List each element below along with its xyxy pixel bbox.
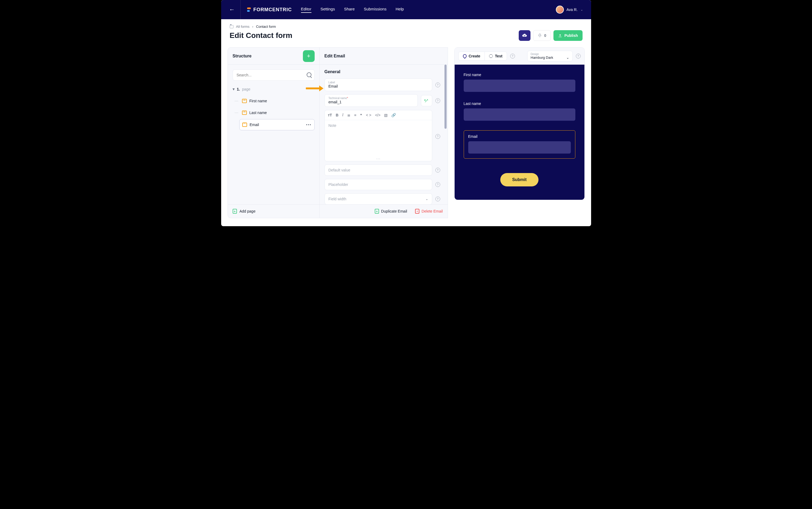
- design-value: Hamburg Dark: [531, 56, 553, 60]
- preview-submit-button[interactable]: Submit: [500, 173, 538, 186]
- nav-submissions[interactable]: Submissions: [364, 7, 386, 13]
- edit-panel-title: Edit Email: [325, 54, 345, 59]
- resize-handle[interactable]: ⋯: [325, 156, 432, 161]
- page-label: page: [242, 87, 250, 91]
- field-caption: Label: [329, 81, 428, 84]
- chevron-down-icon: ▶: [232, 88, 235, 90]
- label-field[interactable]: Label: [325, 78, 432, 91]
- structure-title: Structure: [233, 54, 251, 59]
- breadcrumb-root[interactable]: All forms: [236, 25, 250, 29]
- duplicate-button[interactable]: + Duplicate Email: [375, 209, 407, 214]
- note-textarea[interactable]: Note: [325, 120, 432, 156]
- technical-name-input[interactable]: [329, 100, 414, 104]
- mode-test[interactable]: Test: [485, 52, 507, 60]
- bell-icon: [538, 33, 542, 38]
- help-icon[interactable]: ?: [435, 168, 440, 172]
- structure-panel: Structure + ▶ 1. page First nam: [228, 47, 320, 218]
- publish-label: Publish: [564, 33, 578, 38]
- help-icon[interactable]: ?: [435, 134, 440, 139]
- rte-code-icon[interactable]: < >: [366, 113, 371, 117]
- back-arrow-icon[interactable]: ←: [229, 6, 240, 13]
- mode-create[interactable]: Create: [459, 52, 485, 60]
- upload-icon: [558, 33, 562, 38]
- cloud-check-icon: [522, 33, 527, 38]
- help-icon[interactable]: ?: [510, 54, 515, 59]
- add-page-label: Add page: [240, 209, 256, 213]
- main-nav: Editor Settings Share Submissions Help: [301, 7, 404, 13]
- rte-italic-icon[interactable]: I: [342, 113, 343, 117]
- rte-link-icon[interactable]: 🔗: [391, 113, 396, 117]
- rte-ol-icon[interactable]: ≡: [354, 113, 356, 117]
- delete-button[interactable]: × Delete Email: [415, 209, 443, 214]
- tree-item-lastname[interactable]: Last name: [239, 107, 315, 118]
- tree-item-label: First name: [249, 99, 267, 103]
- add-page-button[interactable]: + Add page: [228, 204, 319, 218]
- rte-image-icon[interactable]: ▧: [384, 113, 387, 117]
- cloud-save-button[interactable]: [519, 30, 531, 41]
- page-title: Edit Contact form: [230, 31, 293, 40]
- design-select[interactable]: Design Hamburg Dark ⌄: [527, 51, 573, 61]
- mode-test-label: Test: [495, 54, 502, 58]
- duplicate-label: Duplicate Email: [381, 209, 407, 213]
- label-input[interactable]: [329, 84, 428, 89]
- tree-item-email[interactable]: Email •••: [239, 119, 315, 130]
- logo[interactable]: FORMCENTRIC: [247, 7, 292, 12]
- default-value-input[interactable]: Default value: [325, 165, 432, 176]
- search-icon[interactable]: [307, 72, 311, 77]
- delete-label: Delete Email: [421, 209, 443, 213]
- magic-wand-button[interactable]: [421, 95, 432, 106]
- search-field: [233, 69, 315, 81]
- more-icon[interactable]: •••: [306, 123, 312, 127]
- rte-bold-icon[interactable]: B: [336, 113, 338, 117]
- top-nav: ← FORMCENTRIC Editor Settings Share Subm…: [221, 0, 591, 19]
- scrollbar[interactable]: [444, 65, 447, 129]
- preview-input[interactable]: [464, 108, 575, 121]
- preview-field-email[interactable]: Email: [464, 130, 575, 159]
- nav-help[interactable]: Help: [396, 7, 404, 13]
- field-width-select[interactable]: Field width ⌄: [325, 193, 432, 205]
- delete-icon: ×: [415, 209, 419, 214]
- chevron-down-icon: ⌄: [580, 8, 583, 11]
- placeholder-input[interactable]: Placeholder: [325, 179, 432, 190]
- chevron-down-icon: ⌄: [426, 197, 428, 201]
- breadcrumb-sep: ›: [252, 25, 253, 29]
- placeholder-text: Default value: [329, 168, 350, 172]
- nav-editor[interactable]: Editor: [301, 7, 311, 13]
- help-icon[interactable]: ?: [576, 54, 581, 59]
- search-input[interactable]: [233, 69, 315, 81]
- mode-create-label: Create: [469, 54, 480, 58]
- preview-label: Email: [468, 134, 571, 139]
- help-icon[interactable]: ?: [435, 82, 440, 87]
- nav-share[interactable]: Share: [344, 7, 355, 13]
- help-icon[interactable]: ?: [435, 98, 440, 103]
- help-icon[interactable]: ?: [435, 182, 440, 187]
- rte-ul-icon[interactable]: ≣: [347, 113, 350, 117]
- nav-settings[interactable]: Settings: [320, 7, 335, 13]
- user-menu[interactable]: Ava R. ⌄: [556, 6, 583, 13]
- tree-item-label: Email: [250, 123, 259, 127]
- tree-page-node[interactable]: ▶ 1. page: [233, 86, 315, 93]
- notifications-button[interactable]: 0: [533, 30, 551, 41]
- help-icon[interactable]: ?: [435, 197, 440, 201]
- nav-divider: [240, 0, 241, 19]
- rte-codeblock-icon[interactable]: </>: [375, 113, 380, 117]
- preview-label: Last name: [464, 101, 575, 106]
- publish-button[interactable]: Publish: [553, 30, 582, 41]
- preview-label: First name: [464, 73, 575, 77]
- user-name: Ava R.: [567, 7, 578, 12]
- edit-panel: Edit Email General Label ? Technical nam…: [320, 47, 448, 218]
- preview-field-firstname[interactable]: First name: [464, 73, 575, 92]
- mode-segment: Create Test: [459, 52, 507, 61]
- tree-item-firstname[interactable]: First name: [239, 96, 315, 106]
- page-number: 1.: [237, 87, 240, 91]
- add-element-button[interactable]: +: [303, 50, 315, 62]
- technical-name-field[interactable]: Technical name*: [325, 94, 418, 107]
- preview-field-lastname[interactable]: Last name: [464, 101, 575, 121]
- rte-textsize-icon[interactable]: тT: [328, 113, 332, 117]
- globe-icon: [489, 54, 493, 58]
- section-general: General: [325, 69, 440, 74]
- preview-input[interactable]: [464, 79, 575, 92]
- preview-input[interactable]: [468, 141, 571, 154]
- logo-text: FORMCENTRIC: [253, 7, 292, 12]
- rte-quote-icon[interactable]: ❝: [360, 113, 362, 117]
